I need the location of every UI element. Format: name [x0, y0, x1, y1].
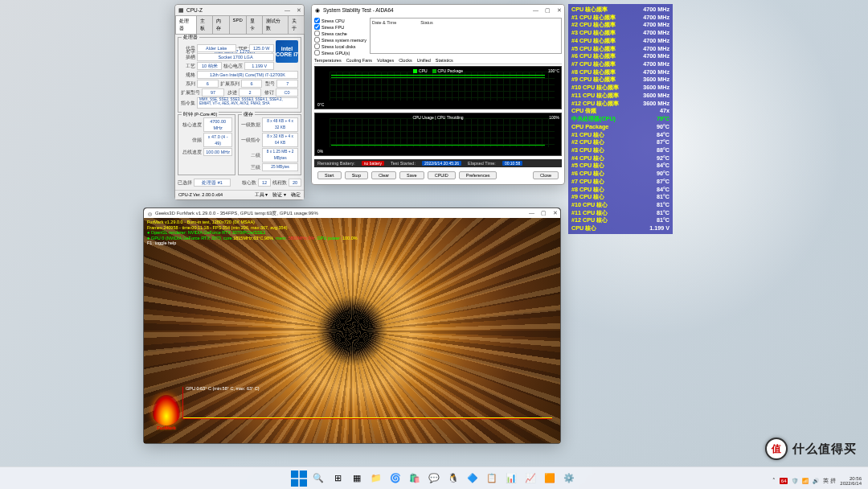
osd-row: #1 CPU 核心84°C: [571, 131, 669, 139]
elapsed-time: 00:10:58: [502, 161, 522, 166]
threads: 20: [289, 179, 301, 187]
start-button[interactable]: [291, 471, 307, 487]
osd-row: #7 CPU 核心频率4700 MHz: [571, 60, 669, 68]
widgets-icon[interactable]: ▦: [349, 471, 365, 487]
stepping: 2: [239, 88, 261, 97]
system-tray: ˄ 64 🛡️ 📶 🔊 英 拼 20:56 2022/6/14: [772, 476, 862, 487]
core-speed: 4700.00 MHz: [203, 117, 232, 132]
validate-button[interactable]: 验证 ▾: [272, 192, 286, 198]
minimize-button[interactable]: —: [529, 210, 534, 216]
aida-status: Remaining Battery:no battery Test Starte…: [314, 159, 562, 167]
svg-rect-1: [300, 471, 307, 478]
tab-voltages[interactable]: Voltages: [377, 58, 394, 63]
osd-row: CPU 核心1.199 V: [571, 224, 669, 232]
osd-row: #3 CPU 核心88°C: [571, 146, 669, 154]
stress-check-3[interactable]: Stress system memory: [314, 37, 366, 43]
ime-indicator[interactable]: 英 拼: [823, 478, 836, 485]
maximize-button[interactable]: ▢: [545, 7, 551, 14]
furmark-graph-label: GPU 0:63° C (min:58° C, max: 63° C): [186, 386, 260, 391]
osd-row: #8 CPU 核心频率4700 MHz: [571, 68, 669, 76]
tab-spd[interactable]: SPD: [229, 15, 247, 34]
osd-row: #9 CPU 核心81°C: [571, 193, 669, 201]
tab-about[interactable]: 关于: [288, 15, 305, 34]
stress-checks: Stress CPUStress FPUStress cacheStress s…: [314, 18, 366, 55]
tray-chevron-icon[interactable]: ˄: [772, 478, 776, 484]
edge-icon[interactable]: 🌀: [387, 471, 403, 487]
search-icon[interactable]: 🔍: [310, 471, 326, 487]
aida-titlebar[interactable]: ◉ System Stability Test - AIDA64 — ▢ ✕: [312, 5, 564, 15]
explorer-icon[interactable]: 📁: [368, 471, 384, 487]
log-listview[interactable]: Date & Time Status: [370, 18, 562, 54]
tab-memory[interactable]: 内存: [212, 15, 229, 34]
osd-row: #11 CPU 核心81°C: [571, 209, 669, 217]
tab-cpu[interactable]: 处理器: [175, 15, 197, 34]
tab-mainboard[interactable]: 主板: [196, 15, 213, 34]
qq-icon[interactable]: 🐧: [445, 471, 461, 487]
taskview-icon[interactable]: ⊞: [330, 471, 346, 487]
processor-select[interactable]: 处理器 #1: [194, 179, 231, 187]
ok-button[interactable]: 确定: [291, 192, 301, 198]
stress-check-0[interactable]: Stress CPU: [314, 18, 366, 23]
preferences-button[interactable]: Preferences: [459, 171, 497, 179]
osd-overlay: CPU 核心频率4700 MHz#1 CPU 核心频率4700 MHz#2 CP…: [568, 4, 673, 234]
maximize-button[interactable]: ▢: [541, 210, 547, 216]
start-time: 2022/6/14 20:45:26: [422, 161, 461, 166]
tray-network-icon[interactable]: 📶: [802, 478, 809, 484]
app-icon[interactable]: 🟧: [542, 471, 558, 487]
l1-data: 8 x 48 KB + 4 x 32 KB: [262, 117, 298, 132]
clear-button[interactable]: Clear: [371, 171, 396, 179]
stress-check-2[interactable]: Stress cache: [314, 31, 366, 36]
clocks-group: 时钟 (P-Core #0) 核心速度4700.00 MHz 倍频x 47.0 …: [178, 114, 235, 175]
minimize-button[interactable]: —: [533, 7, 538, 14]
app-icon[interactable]: 📊: [503, 471, 519, 487]
app-icon[interactable]: 📈: [522, 471, 538, 487]
taskbar: 🔍 ⊞ ▦ 📁 🌀 🛍️ 💬 🐧 🔷 📋 📊 📈 🟧 ⚙️: [0, 466, 868, 489]
furmark-titlebar[interactable]: ◎ Geeks3D FurMark v1.29.0.0 - 354FPS, GP…: [144, 208, 560, 218]
close-button[interactable]: ✕: [553, 210, 558, 216]
codename: Alder Lake: [197, 44, 236, 52]
tab-clocks[interactable]: Clocks: [399, 58, 412, 63]
osd-row: #9 CPU 核心频率3600 MHz: [571, 76, 669, 84]
stress-check-4[interactable]: Stress local disks: [314, 43, 366, 49]
osd-row: #8 CPU 核心84°C: [571, 186, 669, 194]
furmark-temp-graph: [182, 387, 552, 419]
app-icon[interactable]: 📋: [484, 471, 500, 487]
save-button[interactable]: Save: [399, 171, 424, 179]
wechat-icon[interactable]: 💬: [426, 471, 442, 487]
tab-unified[interactable]: Unified: [417, 58, 431, 63]
stress-check-1[interactable]: Stress FPU: [314, 24, 366, 30]
instructions: MMX, SSE, SSE2, SSE3, SSSE3, SSE4.1, SSE…: [197, 97, 298, 109]
close-button[interactable]: ✕: [557, 7, 562, 14]
stop-button[interactable]: Stop: [345, 171, 368, 179]
stress-check-5[interactable]: Stress GPU(s): [314, 50, 366, 55]
cpuz-title: CPU-Z: [186, 7, 285, 13]
tray-volume-icon[interactable]: 🔊: [813, 478, 819, 484]
tray-shield-icon[interactable]: 🛡️: [792, 478, 798, 484]
tab-temperatures[interactable]: Temperatures: [314, 58, 342, 63]
osd-row: #5 CPU 核心84°C: [571, 162, 669, 170]
tools-button[interactable]: 工具 ▾: [255, 192, 268, 198]
start-button[interactable]: Start: [317, 171, 342, 179]
cpuz-titlebar[interactable]: ▦ CPU-Z — ✕: [175, 5, 304, 15]
app-icon[interactable]: 🔷: [465, 471, 481, 487]
clock[interactable]: 20:56 2022/6/14: [840, 476, 862, 487]
app-icon[interactable]: ⚙️: [561, 471, 577, 487]
store-icon[interactable]: 🛍️: [407, 471, 423, 487]
close-button[interactable]: Close: [533, 171, 559, 179]
cpuid-button[interactable]: CPUID: [428, 171, 456, 179]
cache-group: 缓存 一级数据8 x 48 KB + 4 x 32 KB 一级指令8 x 32 …: [238, 114, 301, 175]
close-button[interactable]: ✕: [297, 7, 301, 14]
smzdm-watermark: 值 什么值得买: [765, 438, 857, 460]
tab-cooling[interactable]: Cooling Fans: [346, 58, 372, 63]
minimize-button[interactable]: —: [285, 7, 290, 14]
smzdm-text: 什么值得买: [792, 442, 857, 457]
tab-statistics[interactable]: Statistics: [436, 58, 453, 63]
tab-graphics[interactable]: 显卡: [246, 15, 263, 34]
tray-64-icon[interactable]: 64: [780, 478, 788, 484]
furmark-logo: FurMark: [149, 395, 184, 435]
osd-row: #7 CPU 核心87°C: [571, 178, 669, 186]
cpuz-icon: ▦: [178, 7, 184, 14]
tdp: 125.0 W: [249, 44, 275, 52]
col-datetime: Date & Time: [372, 20, 396, 25]
tab-bench[interactable]: 测试分数: [262, 15, 289, 34]
